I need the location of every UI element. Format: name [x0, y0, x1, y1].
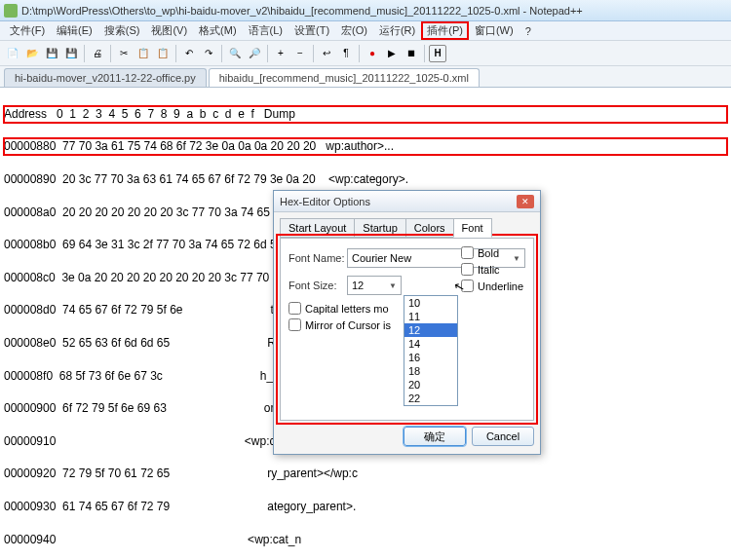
separator: [84, 45, 85, 62]
italic-checkbox[interactable]: [461, 263, 474, 276]
separator: [313, 45, 314, 62]
cut-icon[interactable]: ✂: [115, 45, 133, 62]
menu-file[interactable]: 文件(F): [4, 23, 51, 38]
dialog-title-bar[interactable]: Hex-Editor Options ✕: [274, 191, 540, 212]
paste-icon[interactable]: 📋: [154, 45, 172, 62]
dialog-buttons: 确定 Cancel: [274, 427, 540, 454]
capital-letters-checkbox[interactable]: [289, 302, 301, 315]
separator: [424, 45, 425, 62]
menu-search[interactable]: 搜索(S): [98, 23, 146, 38]
dialog-body: Font Name: Courier New ▼ Font Size: 12 ▼…: [280, 238, 534, 421]
undo-icon[interactable]: ↶: [180, 45, 198, 62]
print-icon[interactable]: 🖨: [89, 45, 106, 62]
menu-run[interactable]: 运行(R): [373, 23, 421, 38]
save-icon[interactable]: 💾: [43, 45, 60, 62]
menu-macro[interactable]: 宏(O): [335, 23, 373, 38]
menu-window[interactable]: 窗口(W): [469, 23, 519, 38]
saveall-icon[interactable]: 💾: [62, 45, 80, 62]
redo-icon[interactable]: ↷: [200, 45, 217, 62]
find-icon[interactable]: 🔍: [226, 45, 244, 62]
menu-plugins[interactable]: 插件(P): [421, 21, 469, 40]
toolbar: 📄 📂 💾 💾 🖨 ✂ 📋 📋 ↶ ↷ 🔍 🔎 + − ↩ ¶ ● ▶ ⏹ H: [0, 41, 731, 66]
capital-letters-label: Capital letters mo: [305, 303, 389, 315]
dialog-tabs: Start Layout Startup Colors Font: [274, 212, 540, 238]
separator: [110, 45, 111, 62]
menu-format[interactable]: 格式(M): [193, 23, 243, 38]
showall-icon[interactable]: ¶: [337, 45, 355, 62]
hex-header-row: Address 0 1 2 3 4 5 6 7 8 9 a b c d e f …: [4, 106, 727, 123]
size-option[interactable]: 11: [404, 310, 457, 323]
menu-language[interactable]: 语言(L): [243, 23, 289, 38]
font-size-label: Font Size:: [289, 280, 347, 291]
separator: [221, 45, 222, 62]
zoomout-icon[interactable]: −: [291, 45, 309, 62]
dialog-title: Hex-Editor Options: [280, 196, 370, 207]
new-icon[interactable]: 📄: [4, 45, 21, 62]
title-bar: D:\tmp\WordPress\Others\to_wp\hi-baidu-m…: [0, 0, 731, 21]
font-size-combo[interactable]: 12 ▼: [347, 276, 402, 295]
chevron-down-icon: ▼: [389, 281, 397, 290]
document-tabs: hi-baidu-mover_v2011-12-22-office.py hib…: [0, 66, 731, 88]
italic-label: Italic: [478, 264, 500, 276]
hex-row: 00000890 20 3c 77 70 3a 63 61 74 65 67 6…: [4, 171, 727, 188]
play-icon[interactable]: ▶: [383, 45, 401, 62]
menu-help[interactable]: ?: [519, 25, 537, 37]
hex-row: 00000880 77 70 3a 61 75 74 68 6f 72 3e 0…: [4, 138, 727, 155]
underline-label: Underline: [478, 280, 523, 292]
menu-edit[interactable]: 编辑(E): [51, 23, 98, 38]
separator: [175, 45, 176, 62]
tab-python-file[interactable]: hi-baidu-mover_v2011-12-22-office.py: [4, 68, 207, 87]
size-option[interactable]: 22: [404, 392, 457, 405]
size-option-selected[interactable]: 12: [404, 323, 457, 337]
tab-colors[interactable]: Colors: [405, 218, 454, 238]
window-title: D:\tmp\WordPress\Others\to_wp\hi-baidu-m…: [21, 5, 583, 17]
record-icon[interactable]: ●: [364, 45, 381, 62]
separator: [267, 45, 268, 62]
zoomin-icon[interactable]: +: [272, 45, 289, 62]
hex-row: 00000930 61 74 65 67 6f 72 79 ategory_pa…: [4, 499, 727, 515]
open-icon[interactable]: 📂: [23, 45, 41, 62]
menu-settings[interactable]: 设置(T): [289, 23, 335, 38]
cancel-button[interactable]: Cancel: [472, 427, 534, 446]
size-option[interactable]: 10: [404, 296, 457, 310]
font-size-dropdown[interactable]: 10 11 12 14 16 18 20 22: [404, 295, 458, 406]
tab-xml-file[interactable]: hibaidu_[recommend_music]_20111222_1025-…: [209, 68, 480, 87]
font-size-value: 12: [352, 280, 364, 291]
font-name-value: Courier New: [352, 252, 411, 264]
tab-startup[interactable]: Startup: [354, 218, 405, 238]
replace-icon[interactable]: 🔎: [246, 45, 263, 62]
left-checks: Capital letters mo Mirror of Cursor is: [289, 302, 391, 335]
ok-button[interactable]: 确定: [404, 427, 466, 446]
hex-icon[interactable]: H: [429, 45, 446, 62]
size-option[interactable]: 16: [404, 351, 457, 364]
close-icon[interactable]: ✕: [517, 195, 534, 208]
font-name-label: Font Name:: [289, 252, 347, 264]
hex-row: 00000920 72 79 5f 70 61 72 65 ry_parent>…: [4, 466, 727, 482]
bold-label: Bold: [478, 247, 499, 259]
tab-start-layout[interactable]: Start Layout: [280, 218, 355, 238]
right-checks: Bold Italic Underline: [461, 246, 523, 296]
copy-icon[interactable]: 📋: [135, 45, 152, 62]
underline-checkbox[interactable]: [461, 280, 474, 292]
app-icon: [4, 4, 18, 18]
hex-row: 00000940 <wp:cat_n: [4, 532, 727, 548]
separator: [359, 45, 360, 62]
bold-checkbox[interactable]: [461, 246, 474, 259]
menu-bar[interactable]: 文件(F) 编辑(E) 搜索(S) 视图(V) 格式(M) 语言(L) 设置(T…: [0, 21, 731, 41]
tab-font[interactable]: Font: [453, 218, 492, 238]
size-option[interactable]: 14: [404, 337, 457, 351]
mirror-cursor-checkbox[interactable]: [289, 318, 301, 331]
mirror-cursor-label: Mirror of Cursor is: [305, 319, 391, 331]
size-option[interactable]: 18: [404, 364, 457, 378]
hex-editor-options-dialog: Hex-Editor Options ✕ Start Layout Startu…: [273, 190, 541, 455]
stop-icon[interactable]: ⏹: [403, 45, 420, 62]
menu-view[interactable]: 视图(V): [145, 23, 193, 38]
size-option[interactable]: 20: [404, 378, 457, 392]
wrap-icon[interactable]: ↩: [318, 45, 335, 62]
